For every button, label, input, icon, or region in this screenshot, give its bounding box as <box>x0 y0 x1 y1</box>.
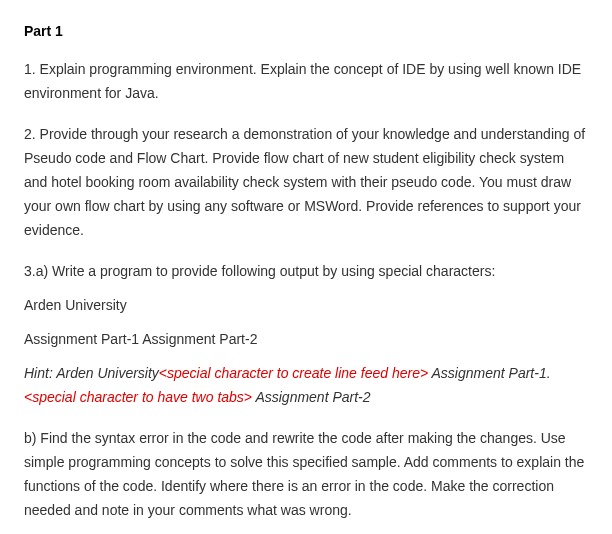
hint-prefix: Hint: Arden University <box>24 365 159 381</box>
hint-red-2: <special character to have two tabs> <box>24 389 252 405</box>
question-3a-output-line1: Arden University <box>24 294 588 318</box>
hint-mid: Assignment Part-1. <box>428 365 550 381</box>
question-3b: b) Find the syntax error in the code and… <box>24 427 588 522</box>
question-3a-intro: 3.a) Write a program to provide followin… <box>24 260 588 284</box>
question-3a-hint: Hint: Arden University<special character… <box>24 362 588 410</box>
question-2: 2. Provide through your research a demon… <box>24 123 588 242</box>
hint-red-1: <special character to create line feed h… <box>159 365 428 381</box>
hint-suffix: Assignment Part-2 <box>252 389 371 405</box>
question-1: 1. Explain programming environment. Expl… <box>24 58 588 106</box>
part-heading: Part 1 <box>24 20 588 44</box>
question-3a-output-line2: Assignment Part-1 Assignment Part-2 <box>24 328 588 352</box>
